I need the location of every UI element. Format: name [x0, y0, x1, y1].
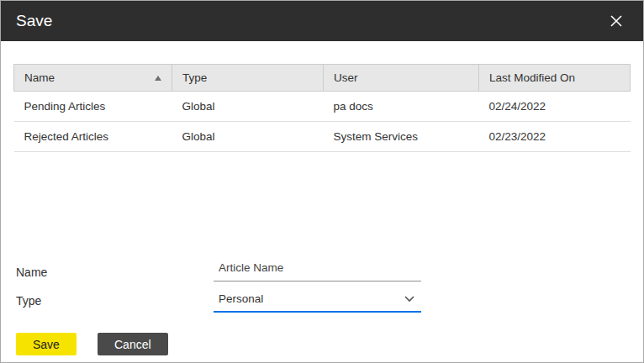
column-header-label: Name [24, 71, 55, 84]
column-header-type[interactable]: Type [172, 65, 324, 92]
save-dialog: Save Name [0, 0, 644, 363]
cell-name: Rejected Articles [14, 122, 172, 152]
name-field-label: Name [16, 266, 47, 279]
cell-name: Pending Articles [14, 92, 172, 122]
column-header-last-modified[interactable]: Last Modified On [479, 65, 631, 92]
dialog-title: Save [16, 12, 52, 30]
column-header-label: User [334, 71, 358, 84]
close-button[interactable] [606, 11, 626, 31]
cell-type: Global [172, 122, 324, 152]
type-field-label: Type [16, 294, 41, 308]
close-icon [610, 14, 623, 28]
cell-last-modified: 02/23/2022 [479, 122, 631, 152]
column-header-label: Type [182, 71, 207, 84]
cell-user: System Services [324, 122, 479, 152]
saved-items-table: Name Type User Last Modified On [13, 64, 631, 152]
cell-last-modified: 02/24/2022 [479, 92, 631, 122]
article-name-input[interactable] [214, 258, 421, 281]
table-row[interactable]: Rejected Articles Global System Services… [14, 122, 631, 152]
cell-type: Global [172, 92, 324, 122]
save-button[interactable]: Save [16, 333, 77, 355]
cancel-button[interactable]: Cancel [98, 333, 168, 355]
cell-user: pa docs [324, 92, 479, 122]
column-header-label: Last Modified On [489, 71, 575, 84]
chevron-down-icon [404, 296, 414, 302]
table-row[interactable]: Pending Articles Global pa docs 02/24/20… [14, 92, 631, 122]
type-select[interactable]: Personal [214, 288, 421, 313]
column-header-user[interactable]: User [324, 65, 479, 92]
type-select-value: Personal [219, 292, 263, 305]
dialog-titlebar: Save [1, 1, 643, 41]
sort-ascending-icon [155, 76, 161, 81]
column-header-name[interactable]: Name [14, 65, 172, 92]
table-header-row: Name Type User Last Modified On [14, 65, 631, 92]
